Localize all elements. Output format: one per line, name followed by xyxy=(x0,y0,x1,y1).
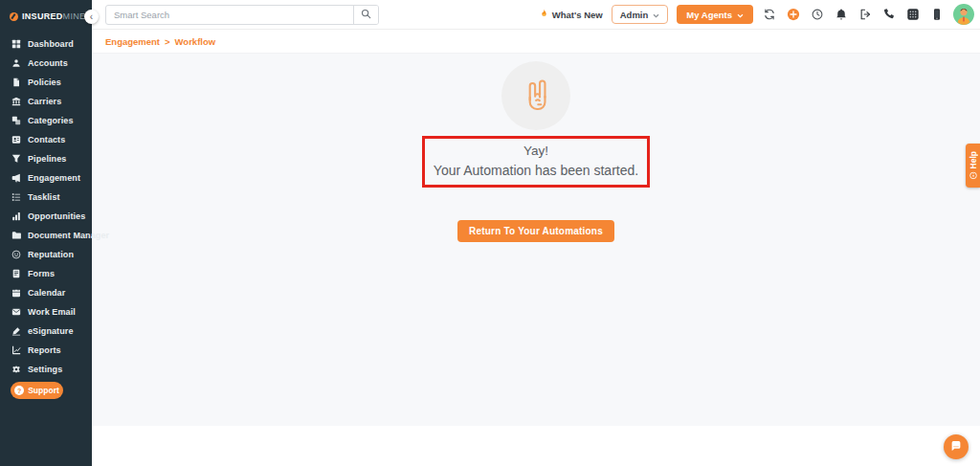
contacts-icon xyxy=(11,135,21,144)
sidebar-collapse-button[interactable]: ‹ xyxy=(84,10,99,24)
sidebar: INSUREDMINE DashboardAccountsPoliciesCar… xyxy=(0,0,92,466)
sidebar-item-reputation[interactable]: Reputation xyxy=(0,245,92,264)
sidebar-item-label: Settings xyxy=(28,365,62,374)
dialpad-icon[interactable] xyxy=(905,7,921,22)
smart-search-box xyxy=(105,5,379,25)
sidebar-item-reports[interactable]: Reports xyxy=(0,341,92,360)
tasklist-icon xyxy=(11,192,21,202)
breadcrumb-row: Engagement > Workflow xyxy=(92,30,980,54)
breadcrumb: Engagement > Workflow xyxy=(105,36,215,47)
clock-icon[interactable] xyxy=(810,7,825,22)
sidebar-item-settings[interactable]: Settings xyxy=(0,360,92,379)
sidebar-item-label: Reports xyxy=(28,345,61,355)
phone-icon[interactable] xyxy=(881,7,897,22)
whats-new-link[interactable]: What's New xyxy=(539,8,603,22)
sidebar-item-label: Carriers xyxy=(28,97,61,106)
sidebar-item-tasklist[interactable]: Tasklist xyxy=(0,188,92,207)
support-label: Support xyxy=(28,386,59,395)
reports-icon xyxy=(11,345,21,355)
chevron-down-icon xyxy=(737,10,744,20)
search-input[interactable] xyxy=(106,10,353,20)
breadcrumb-engagement[interactable]: Engagement xyxy=(105,36,160,47)
sidebar-item-label: Dashboard xyxy=(28,39,74,49)
sidebar-item-accounts[interactable]: Accounts xyxy=(0,54,92,73)
reputation-icon xyxy=(11,250,21,259)
search-button[interactable] xyxy=(353,6,378,24)
success-message-highlight: Yay! Your Automation has been started. xyxy=(422,136,650,188)
sidebar-item-label: Contacts xyxy=(28,135,65,144)
forms-icon xyxy=(11,269,21,278)
help-tab[interactable]: Help xyxy=(966,144,980,188)
sidebar-item-dashboard[interactable]: Dashboard xyxy=(0,34,92,54)
calendar-icon xyxy=(11,288,21,298)
brand-name: INSUREDMINE xyxy=(22,11,85,21)
whats-new-label: What's New xyxy=(552,10,603,20)
opportunities-icon xyxy=(11,211,21,221)
sidebar-nav: DashboardAccountsPoliciesCarriersCategor… xyxy=(0,34,92,379)
success-title: Yay! xyxy=(429,142,643,161)
sidebar-item-label: eSignature xyxy=(28,326,74,336)
return-to-automations-button[interactable]: Return To Your Automations xyxy=(457,220,614,242)
chevron-down-icon xyxy=(653,10,659,20)
sidebar-item-pipelines[interactable]: Pipelines xyxy=(0,149,92,168)
signout-icon[interactable] xyxy=(858,7,873,22)
rock-hand-icon xyxy=(501,61,570,130)
sidebar-item-label: Pipelines xyxy=(28,154,66,164)
sidebar-item-opportunities[interactable]: Opportunities xyxy=(0,207,92,226)
policies-icon xyxy=(11,78,21,87)
notifications-icon[interactable] xyxy=(834,7,849,22)
chat-launcher-button[interactable] xyxy=(944,434,969,459)
topbar: What's New Admin My Agents xyxy=(92,0,980,30)
main-area: What's New Admin My Agents xyxy=(92,0,980,466)
help-tab-label: Help xyxy=(969,151,978,168)
dashboard-icon xyxy=(11,39,21,49)
sidebar-item-calendar[interactable]: Calendar xyxy=(0,283,92,302)
app-window: INSUREDMINE DashboardAccountsPoliciesCar… xyxy=(0,0,980,466)
footer-strip xyxy=(92,426,980,466)
carriers-icon xyxy=(11,97,21,106)
sidebar-item-label: Reputation xyxy=(28,250,74,259)
sidebar-item-policies[interactable]: Policies xyxy=(0,73,92,92)
sidebar-item-label: Engagement xyxy=(28,173,80,183)
brand-logo[interactable]: INSUREDMINE xyxy=(0,0,92,31)
sidebar-item-label: Tasklist xyxy=(28,192,60,202)
sidebar-item-label: Document Manager xyxy=(28,231,109,240)
work-email-icon xyxy=(11,307,21,317)
settings-icon xyxy=(11,365,21,374)
my-agents-label: My Agents xyxy=(686,10,732,20)
user-avatar[interactable] xyxy=(953,4,974,25)
sidebar-item-label: Opportunities xyxy=(28,211,85,221)
add-icon[interactable] xyxy=(786,7,801,22)
info-icon xyxy=(969,172,977,180)
chat-bubble-icon xyxy=(949,439,963,455)
sidebar-item-carriers[interactable]: Carriers xyxy=(0,92,92,111)
sidebar-item-forms[interactable]: Forms xyxy=(0,264,92,283)
sidebar-item-esignature[interactable]: eSignature xyxy=(0,322,92,341)
mobile-icon[interactable] xyxy=(929,7,945,22)
sidebar-item-contacts[interactable]: Contacts xyxy=(0,130,92,149)
sidebar-item-engagement[interactable]: Engagement xyxy=(0,168,92,188)
breadcrumb-workflow[interactable]: Workflow xyxy=(175,36,216,47)
sidebar-item-label: Forms xyxy=(28,269,55,278)
help-tab-inner: Help xyxy=(969,151,978,179)
support-button[interactable]: ? Support xyxy=(11,382,63,399)
content-area: Yay! Your Automation has been started. R… xyxy=(92,54,980,426)
flame-icon xyxy=(539,8,549,22)
admin-dropdown[interactable]: Admin xyxy=(612,5,669,24)
my-agents-button[interactable]: My Agents xyxy=(677,5,753,24)
insuredmine-logo-icon xyxy=(10,12,18,21)
breadcrumb-separator: > xyxy=(165,36,170,47)
sidebar-item-document-manager[interactable]: Document Manager xyxy=(0,226,92,245)
admin-label: Admin xyxy=(620,10,649,20)
question-icon: ? xyxy=(14,386,24,395)
search-icon xyxy=(361,8,371,22)
sidebar-item-label: Categories xyxy=(28,116,74,125)
success-subtitle: Your Automation has been started. xyxy=(429,161,643,180)
sidebar-item-work-email[interactable]: Work Email xyxy=(0,302,92,322)
sidebar-item-label: Work Email xyxy=(28,307,76,317)
sidebar-item-categories[interactable]: Categories xyxy=(0,111,92,130)
esignature-icon xyxy=(11,326,21,336)
sync-icon[interactable] xyxy=(762,7,777,22)
categories-icon xyxy=(11,116,21,125)
sidebar-item-label: Accounts xyxy=(28,58,68,68)
